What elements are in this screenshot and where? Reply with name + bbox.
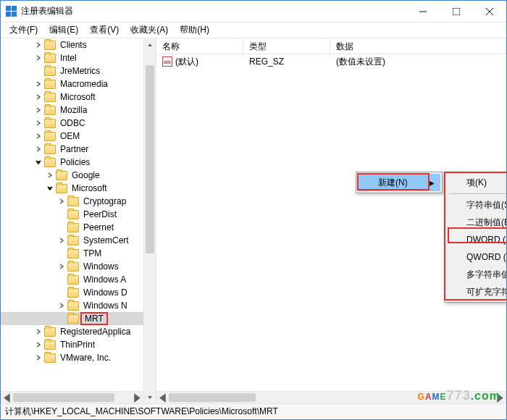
menu-edit[interactable]: 编辑(E) <box>43 22 84 38</box>
tree-label: SystemCert <box>82 235 130 245</box>
chevron-right-icon[interactable] <box>57 262 66 271</box>
scroll-up-icon[interactable] <box>144 38 156 51</box>
tree-node[interactable]: Peernet <box>1 221 156 234</box>
chevron-right-icon[interactable] <box>34 119 43 127</box>
chevron-right-icon[interactable] <box>34 54 43 62</box>
tree-label: Windows N <box>82 301 129 311</box>
scroll-htrack[interactable] <box>13 392 131 403</box>
tree-h-scrollbar[interactable] <box>1 391 143 403</box>
chevron-down-icon[interactable] <box>46 184 54 193</box>
folder-icon <box>44 80 56 89</box>
scroll-thumb[interactable] <box>146 65 154 253</box>
chevron-right-icon[interactable] <box>46 171 54 180</box>
scroll-down-icon[interactable] <box>144 391 156 403</box>
ctx-binary[interactable]: 二进制值(B) <box>446 214 507 231</box>
context-submenu[interactable]: 项(K) 字符串值(S) 二进制值(B) DWORD (32 位)值(D) QW… <box>444 172 507 303</box>
tree-node[interactable]: Microsoft <box>1 182 156 195</box>
twisty-none <box>57 223 66 232</box>
tree-node[interactable]: Microsoft <box>1 91 156 104</box>
col-type[interactable]: 类型 <box>243 38 330 54</box>
tree-label: Clients <box>59 40 88 50</box>
chevron-right-icon[interactable] <box>34 327 43 336</box>
ctx-new[interactable]: 新建(N) ▶ <box>358 174 440 191</box>
ctx-dword[interactable]: DWORD (32 位)值(D) <box>446 231 507 248</box>
chevron-right-icon[interactable] <box>34 340 43 349</box>
col-data[interactable]: 数据 <box>330 38 506 54</box>
tree-pane[interactable]: ClientsIntelJreMetricsMacromediaMicrosof… <box>1 38 156 403</box>
folder-icon <box>67 288 79 298</box>
menu-fav[interactable]: 收藏夹(A) <box>125 22 174 38</box>
tree-node[interactable]: Windows <box>1 260 156 273</box>
tree-node[interactable]: RegisteredApplica <box>1 325 156 338</box>
chevron-right-icon[interactable] <box>57 301 66 310</box>
menu-help[interactable]: 帮助(H) <box>174 22 215 38</box>
chevron-right-icon[interactable] <box>34 93 43 101</box>
tree-node[interactable]: Google <box>1 169 156 182</box>
tree-label: Windows D <box>82 287 129 298</box>
tree-node[interactable]: Clients <box>1 38 156 51</box>
folder-icon <box>44 54 56 63</box>
scroll-right-icon[interactable] <box>131 392 143 403</box>
minimize-button[interactable] <box>406 1 440 22</box>
scroll-left-icon[interactable] <box>156 392 169 403</box>
chevron-right-icon[interactable] <box>34 353 43 362</box>
tree-node[interactable]: MRT <box>1 312 156 325</box>
cell-type: REG_SZ <box>243 56 330 67</box>
scroll-track[interactable] <box>144 51 156 391</box>
chevron-right-icon[interactable] <box>34 80 43 88</box>
tree-label: Macromedia <box>59 79 109 89</box>
list-h-scrollbar[interactable] <box>156 391 506 403</box>
ctx-expandstring[interactable]: 可扩充字符串值(E) <box>446 283 507 301</box>
chevron-down-icon[interactable] <box>34 158 43 167</box>
tree-node[interactable]: Partner <box>1 143 156 156</box>
tree-node[interactable]: ThinPrint <box>1 338 156 351</box>
svg-marker-8 <box>159 393 166 403</box>
tree-node[interactable]: SystemCert <box>1 234 156 247</box>
close-button[interactable] <box>473 1 506 22</box>
folder-icon <box>44 158 56 167</box>
col-name[interactable]: 名称 <box>156 38 243 54</box>
list-header: 名称 类型 数据 <box>156 38 506 54</box>
chevron-right-icon[interactable] <box>57 197 66 206</box>
value-name: (默认) <box>175 56 198 68</box>
tree-node[interactable]: TPM <box>1 247 156 260</box>
maximize-button[interactable] <box>440 1 473 22</box>
menu-view[interactable]: 查看(V) <box>84 22 125 38</box>
tree-node[interactable]: Windows N <box>1 299 156 312</box>
chevron-right-icon[interactable] <box>34 41 43 49</box>
chevron-right-icon[interactable] <box>34 132 43 140</box>
tree-node[interactable]: ODBC <box>1 117 156 130</box>
chevron-right-icon[interactable] <box>57 236 66 245</box>
list-row[interactable]: ab (默认) REG_SZ (数值未设置) <box>156 54 506 69</box>
ctx-key[interactable]: 项(K) <box>446 174 507 191</box>
menu-file[interactable]: 文件(F) <box>4 22 43 38</box>
chevron-right-icon[interactable] <box>34 106 43 114</box>
tree-label: Windows <box>82 261 120 272</box>
tree-node[interactable]: Macromedia <box>1 77 156 91</box>
tree-node[interactable]: Policies <box>1 156 156 169</box>
tree-node[interactable]: Intel <box>1 51 156 64</box>
tree-node[interactable]: VMware, Inc. <box>1 351 156 364</box>
context-menu[interactable]: 新建(N) ▶ <box>356 172 443 193</box>
tree-node[interactable]: Windows D <box>1 286 156 299</box>
scroll-htrack[interactable] <box>169 392 494 403</box>
submenu-arrow-icon: ▶ <box>429 179 435 187</box>
ctx-multistring[interactable]: 多字符串值(M) <box>446 266 507 283</box>
tree-node[interactable]: PeerDist <box>1 208 156 221</box>
scroll-right-icon[interactable] <box>494 392 506 403</box>
tree-node[interactable]: JreMetrics <box>1 64 156 77</box>
tree-v-scrollbar[interactable] <box>143 38 156 403</box>
svg-marker-9 <box>497 393 503 403</box>
ctx-qword[interactable]: QWORD (64 位)值(Q) <box>446 248 507 266</box>
scroll-hthumb[interactable] <box>13 393 114 402</box>
tree-node[interactable]: Cryptograp <box>1 195 156 208</box>
tree-node[interactable]: Windows A <box>1 273 156 286</box>
ctx-string[interactable]: 字符串值(S) <box>446 196 507 214</box>
content-area: ClientsIntelJreMetricsMacromediaMicrosof… <box>1 38 506 403</box>
scroll-hthumb[interactable] <box>169 393 256 402</box>
tree-node[interactable]: OEM <box>1 130 156 143</box>
tree-node[interactable]: Mozilla <box>1 104 156 117</box>
scroll-left-icon[interactable] <box>1 392 13 403</box>
chevron-right-icon[interactable] <box>34 145 43 154</box>
status-bar: 计算机\HKEY_LOCAL_MACHINE\SOFTWARE\Policies… <box>1 403 506 419</box>
